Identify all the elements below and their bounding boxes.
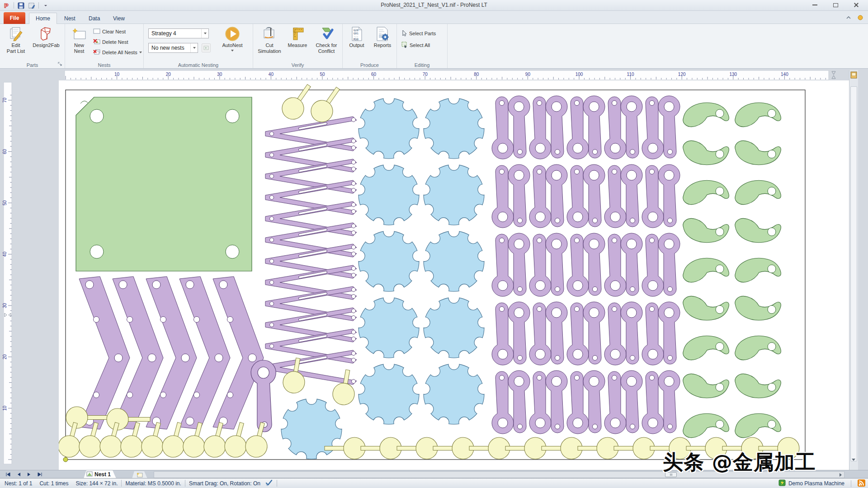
output-icon: G20G91...M30 <box>350 25 363 42</box>
select-all-icon <box>401 42 408 49</box>
svg-text:20: 20 <box>166 72 171 77</box>
check-for-conflict-label: Check for <box>316 42 337 48</box>
cut-simulation-label2: Simulation <box>258 48 281 54</box>
group-editing-label: Editing <box>397 62 447 68</box>
measure-button[interactable]: Measure <box>284 25 311 48</box>
select-parts-label: Select Parts <box>409 31 436 36</box>
edit-part-list-label: Edit <box>12 42 20 48</box>
delete-all-nests-button[interactable]: Delete All Nests <box>93 47 142 57</box>
rss-feed-icon[interactable] <box>858 479 865 488</box>
check-for-conflict-icon <box>319 25 334 42</box>
nest-tab[interactable]: Nest 1 <box>84 470 116 479</box>
delete-nest-button[interactable]: Delete Nest <box>93 37 128 47</box>
new-nest-icon <box>71 25 87 42</box>
vertical-scrollbar[interactable] <box>849 70 858 470</box>
svg-text:70: 70 <box>2 98 7 103</box>
select-all-button[interactable]: Select All <box>401 40 430 50</box>
tab-data[interactable]: Data <box>82 13 106 24</box>
nest-mode-value: No new nests <box>149 45 190 51</box>
check-for-conflict-button[interactable]: Check for Conflict <box>312 25 341 54</box>
sheet-layout-icon[interactable] <box>850 71 858 79</box>
new-nest-label: New <box>74 42 84 48</box>
svg-text:30: 30 <box>2 303 7 308</box>
svg-text:80: 80 <box>474 72 479 77</box>
maximize-button[interactable] <box>826 0 845 10</box>
delete-nest-icon <box>93 38 100 45</box>
clear-nest-button[interactable]: Clear Nest <box>93 27 126 36</box>
svg-text:60: 60 <box>371 72 377 77</box>
tab-view[interactable]: View <box>107 13 131 24</box>
status-check-icon[interactable] <box>265 479 273 488</box>
help-icon[interactable] <box>856 14 864 21</box>
group-parts-label: Parts <box>0 62 65 68</box>
group-nests-label: Nests <box>65 62 143 68</box>
design2fab-button[interactable]: Design2Fab <box>30 25 62 48</box>
status-separator <box>185 480 185 487</box>
tab-nest[interactable]: Nest <box>58 13 82 24</box>
svg-text:50: 50 <box>320 72 325 77</box>
new-nest-label2: Nest <box>74 48 85 54</box>
group-verify: Cut Simulation Measure Check for Conflic… <box>253 24 343 68</box>
svg-text:70: 70 <box>423 72 428 77</box>
svg-text:40: 40 <box>269 72 274 77</box>
ribbon-tab-row: File Home Nest Data View <box>0 11 868 24</box>
cut-simulation-button[interactable]: Cut Simulation <box>256 25 283 54</box>
minimize-icon <box>812 5 817 5</box>
minimize-button[interactable] <box>805 0 825 10</box>
minimize-ribbon-icon[interactable] <box>844 14 853 21</box>
group-produce-label: Produce <box>343 62 396 68</box>
delete-all-nests-icon <box>93 49 100 56</box>
vertical-scrollbar-thumb[interactable] <box>850 86 857 461</box>
close-button[interactable] <box>846 0 866 10</box>
edit-part-list-button[interactable]: Edit Part List <box>3 25 29 54</box>
svg-text:140: 140 <box>781 72 788 77</box>
scroll-down-icon[interactable] <box>852 461 855 467</box>
start-nesting-mini-button[interactable] <box>202 43 211 52</box>
select-parts-button[interactable]: Select Parts <box>401 28 436 38</box>
group-automatic-nesting: Strategy 4 No new nests AutoNest Automat… <box>144 24 253 68</box>
delete-nest-label: Delete Nest <box>102 39 128 45</box>
tab-home[interactable]: Home <box>29 13 57 24</box>
edit-part-list-label2: Part List <box>7 48 25 54</box>
strategy-caret-icon <box>201 29 208 38</box>
close-icon <box>854 2 859 8</box>
strategy-combobox[interactable]: Strategy 4 <box>148 28 209 38</box>
svg-text:30: 30 <box>217 72 222 77</box>
output-button[interactable]: G20G91...M30 Output <box>344 25 369 48</box>
svg-text:M30: M30 <box>354 38 359 41</box>
machine-name[interactable]: Demo Plasma Machine <box>788 480 844 487</box>
autonest-button[interactable]: AutoNest <box>216 25 249 52</box>
nest-mode-combobox[interactable]: No new nests <box>148 43 198 53</box>
maximize-icon <box>833 3 838 7</box>
edit-part-list-icon <box>9 25 23 42</box>
previous-nest-button[interactable] <box>14 471 24 478</box>
clear-nest-icon <box>93 28 100 35</box>
svg-text:10: 10 <box>2 405 7 411</box>
svg-text:120: 120 <box>678 72 686 77</box>
nest-canvas[interactable] <box>59 80 849 470</box>
parts-dialog-launcher-icon[interactable] <box>58 62 63 67</box>
svg-text:110: 110 <box>627 72 634 77</box>
status-bar: Nest: 1 of 1 Cut: 1 times Size: 144 × 72… <box>0 478 868 488</box>
last-nest-button[interactable] <box>35 471 45 478</box>
group-parts: Edit Part List Design2Fab Parts <box>0 24 65 68</box>
group-nests: New Nest Clear Nest Delete Nest Delete A… <box>65 24 144 68</box>
svg-text:10: 10 <box>114 72 120 77</box>
first-nest-button[interactable] <box>3 471 13 478</box>
delete-all-nests-label: Delete All Nests <box>102 50 137 55</box>
reports-icon <box>375 25 390 42</box>
status-cut-times: Cut: 1 times <box>39 480 68 487</box>
reports-button[interactable]: Reports <box>370 25 395 48</box>
next-nest-button[interactable] <box>24 471 34 478</box>
new-nest-tab-button[interactable] <box>132 471 147 479</box>
strategy-value: Strategy 4 <box>149 30 201 37</box>
check-for-conflict-label2: Conflict <box>318 48 335 54</box>
scroll-right-icon[interactable] <box>837 472 844 477</box>
horizontal-ruler: 102030405060708090100110120130140 <box>0 70 849 80</box>
status-separator <box>121 480 122 487</box>
new-nest-button[interactable]: New Nest <box>68 25 90 54</box>
svg-text:...: ... <box>354 34 359 38</box>
file-tab[interactable]: File <box>4 12 25 24</box>
svg-text:60: 60 <box>2 149 7 154</box>
design2fab-icon <box>38 25 54 42</box>
